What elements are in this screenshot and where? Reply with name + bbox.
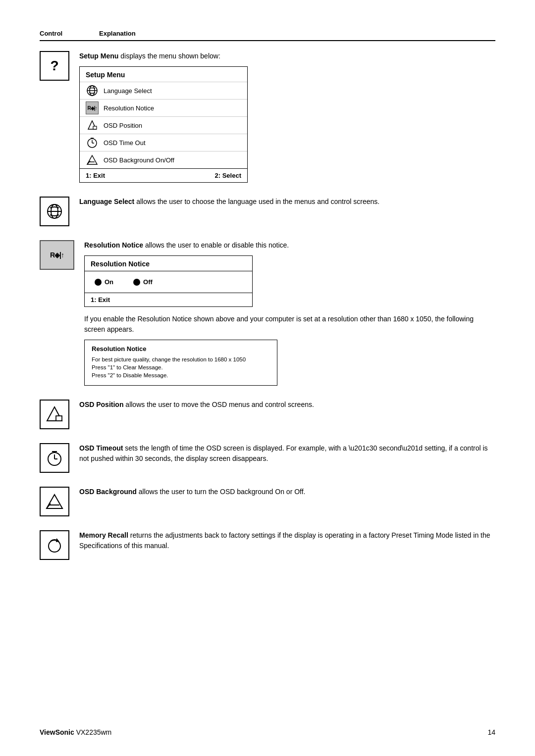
- resolution-notice-text: Resolution Notice allows the user to ena…: [84, 240, 495, 251]
- osd-timeout-icon-box: [40, 443, 69, 473]
- section-setup-menu: ? Setup Menu displays the menu shown bel…: [40, 51, 495, 183]
- model-name: VX2235wm: [76, 728, 112, 736]
- on-label: On: [105, 278, 113, 286]
- header-control: Control: [40, 30, 99, 37]
- resolution-notice-box-title: Resolution Notice: [85, 256, 252, 271]
- resolution-on-option: On: [95, 278, 113, 286]
- section-resolution-notice: R◈|↑ Resolution Notice allows the user t…: [40, 240, 495, 386]
- menu-item-osd-position: OSD Position: [80, 116, 247, 134]
- footer-page-number: 14: [487, 728, 495, 736]
- resolution-notice-content: Resolution Notice allows the user to ena…: [84, 240, 495, 386]
- menu-select-label: 2: Select: [215, 172, 241, 179]
- brand-name: ViewSonic: [40, 728, 74, 736]
- section-osd-position: OSD Position allows the user to move the…: [40, 400, 495, 429]
- resolution-info-line1: For best picture quality, change the res…: [92, 356, 270, 362]
- off-label: Off: [143, 278, 153, 286]
- language-select-desc: allows the user to choose the language u…: [134, 198, 379, 205]
- osd-position-content: OSD Position allows the user to move the…: [79, 400, 495, 415]
- osd-position-icon-box: [40, 400, 69, 429]
- language-select-bold: Language Select: [79, 198, 134, 205]
- resolution-notice-options: On Off: [85, 271, 252, 293]
- resolution-notice-icon-small: R◈|↑: [86, 101, 99, 114]
- memory-recall-text: Memory Recall returns the adjustments ba…: [79, 530, 495, 551]
- setup-menu-bold: Setup Menu: [79, 52, 118, 60]
- footer-brand: ViewSonic VX2235wm: [40, 728, 111, 736]
- memory-recall-desc: returns the adjustments back to factory …: [79, 531, 490, 550]
- memory-recall-bold: Memory Recall: [79, 531, 128, 539]
- memory-recall-icon-box: [40, 530, 69, 560]
- menu-exit-label: 1: Exit: [86, 172, 105, 179]
- resolution-notice-box: Resolution Notice On Off 1: Exit: [84, 255, 253, 307]
- language-select-icon: [86, 84, 99, 97]
- osd-position-icon-small: [86, 119, 99, 132]
- osd-bg-content: OSD Background allows the user to turn t…: [79, 487, 495, 502]
- setup-menu-box: Setup Menu Language Select: [79, 66, 248, 183]
- svg-rect-16: [56, 416, 62, 421]
- resolution-notice-bold: Resolution Notice: [84, 241, 143, 249]
- svg-point-24: [49, 540, 60, 552]
- header-explanation: Explanation: [99, 30, 136, 37]
- menu-item-osd-bg-label: OSD Background On/Off: [104, 156, 174, 164]
- menu-item-osd-position-label: OSD Position: [104, 122, 142, 129]
- osd-timeout-icon-small: [86, 136, 99, 149]
- menu-item-language-label: Language Select: [104, 87, 152, 95]
- resolution-notice-icon-box: R◈|↑: [40, 240, 74, 270]
- setup-menu-box-title: Setup Menu: [80, 67, 247, 82]
- osd-timeout-desc: sets the length of time the OSD screen i…: [79, 444, 488, 462]
- menu-footer: 1: Exit 2: Select: [80, 168, 247, 182]
- resolution-notice-after-text: If you enable the Resolution Notice show…: [84, 314, 495, 335]
- section-osd-background: OSD Background allows the user to turn t…: [40, 487, 495, 516]
- osd-timeout-text: OSD Timeout sets the length of time the …: [79, 443, 495, 464]
- setup-menu-content: Setup Menu displays the menu shown below…: [79, 51, 495, 183]
- section-memory-recall: Memory Recall returns the adjustments ba…: [40, 530, 495, 560]
- osd-bg-text: OSD Background allows the user to turn t…: [79, 487, 495, 497]
- svg-marker-21: [47, 495, 62, 508]
- table-header: Control Explanation: [40, 30, 495, 41]
- osd-bg-icon-small: [86, 153, 99, 166]
- osd-bg-desc: allows the user to turn the OSD backgrou…: [137, 488, 306, 496]
- resolution-notice-footer: 1: Exit: [85, 293, 252, 306]
- osd-timeout-content: OSD Timeout sets the length of time the …: [79, 443, 495, 469]
- osd-position-desc: allows the user to move the OSD menus an…: [123, 401, 314, 408]
- menu-item-osd-timeout: OSD Time Out: [80, 134, 247, 151]
- setup-menu-icon: ?: [40, 51, 69, 81]
- resolution-info-title: Resolution Notice: [92, 345, 270, 353]
- resolution-off-option: Off: [133, 278, 153, 286]
- resolution-info-line2: Press "1" to Clear Message.: [92, 364, 270, 370]
- menu-item-resolution: R◈|↑ Resolution Notice: [80, 99, 247, 116]
- off-bullet: [133, 279, 140, 286]
- language-select-content: Language Select allows the user to choos…: [79, 197, 495, 212]
- resolution-info-line3: Press "2" to Disable Message.: [92, 372, 270, 378]
- osd-bg-icon-box: [40, 487, 69, 516]
- menu-item-osd-bg: OSD Background On/Off: [80, 151, 247, 168]
- section-language-select: Language Select allows the user to choos…: [40, 197, 495, 226]
- setup-menu-intro: Setup Menu displays the menu shown below…: [79, 51, 495, 61]
- memory-recall-content: Memory Recall returns the adjustments ba…: [79, 530, 495, 556]
- menu-item-resolution-label: Resolution Notice: [104, 104, 154, 112]
- menu-item-language: Language Select: [80, 82, 247, 99]
- section-osd-timeout: OSD Timeout sets the length of time the …: [40, 443, 495, 473]
- resolution-notice-desc: allows the user to enable or disable thi…: [143, 241, 289, 249]
- resolution-info-box: Resolution Notice For best picture quali…: [84, 340, 277, 386]
- setup-menu-text: displays the menu shown below:: [118, 52, 220, 60]
- osd-bg-bold: OSD Background: [79, 488, 137, 496]
- language-select-icon-box: [40, 197, 69, 226]
- osd-position-text: OSD Position allows the user to move the…: [79, 400, 495, 410]
- svg-rect-4: [93, 126, 97, 129]
- language-select-text: Language Select allows the user to choos…: [79, 197, 495, 207]
- osd-timeout-bold: OSD Timeout: [79, 444, 123, 452]
- page-footer: ViewSonic VX2235wm 14: [40, 728, 495, 736]
- menu-item-osd-timeout-label: OSD Time Out: [104, 139, 146, 147]
- on-bullet: [95, 279, 102, 286]
- osd-position-bold: OSD Position: [79, 401, 123, 408]
